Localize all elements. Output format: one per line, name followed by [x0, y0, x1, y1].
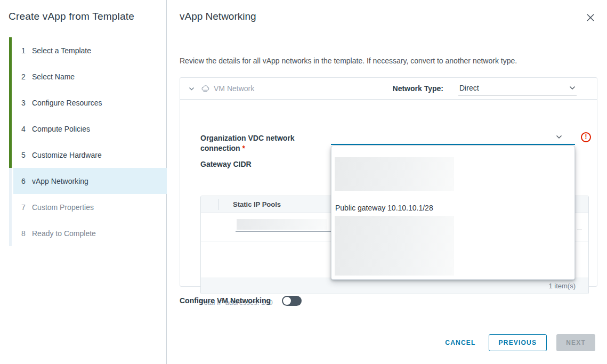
- network-type-value: Direct: [459, 84, 479, 92]
- vapp-network-card: VM Network Network Type: Direct Organiza…: [180, 77, 597, 287]
- redacted-dropdown-option[interactable]: [335, 216, 454, 276]
- configure-vm-networking-toggle[interactable]: [282, 296, 302, 306]
- step-label: Compute Policies: [32, 125, 90, 133]
- step-label: vApp Networking: [32, 177, 88, 185]
- sidebar-item-configure-resources[interactable]: 3 Configure Resources: [0, 90, 167, 116]
- wizard-step-sidebar: Create vApp from Template 1 Select a Tem…: [0, 0, 167, 364]
- network-type-select[interactable]: Direct: [458, 82, 577, 95]
- redacted-dropdown-option[interactable]: [335, 157, 454, 191]
- previous-button[interactable]: PREVIOUS: [489, 334, 547, 351]
- network-card-body: Organization VDC network connection * Ga…: [180, 100, 597, 287]
- validation-error-icon: !: [581, 132, 591, 142]
- network-name: VM Network: [214, 84, 254, 93]
- sidebar-item-customize-hardware[interactable]: 5 Customize Hardware: [0, 142, 167, 168]
- step-label: Customize Hardware: [32, 151, 102, 159]
- step-label: Configure Resources: [32, 99, 102, 107]
- wizard-title: Create vApp from Template: [9, 11, 134, 22]
- close-icon[interactable]: [586, 13, 595, 22]
- org-vdc-connection-dropdown: Public gateway 10.10.10.1/28: [331, 145, 575, 280]
- step-number: 1: [20, 46, 27, 55]
- sidebar-item-select-a-template[interactable]: 1 Select a Template: [0, 37, 167, 63]
- page-description: Review the details for all vApp networks…: [180, 56, 517, 65]
- network-type-label: Network Type:: [393, 84, 443, 93]
- step-number: 7: [20, 203, 27, 212]
- table-footer: 1 item(s): [201, 278, 588, 294]
- step-label: Custom Properties: [32, 203, 94, 212]
- step-label: Ready to Complete: [32, 229, 96, 238]
- wizard-steps-list: 1 Select a Template 2 Select Name 3 Conf…: [0, 37, 167, 246]
- step-number: 5: [20, 151, 27, 159]
- sidebar-item-compute-policies[interactable]: 4 Compute Policies: [0, 116, 167, 142]
- org-vdc-label-text: Organization VDC network connection: [200, 134, 295, 152]
- sidebar-item-ready-to-complete[interactable]: 8 Ready to Complete: [0, 220, 167, 246]
- step-label: Select Name: [32, 72, 75, 81]
- step-number: 6: [20, 177, 27, 185]
- org-vdc-connection-select[interactable]: [331, 131, 575, 145]
- org-vdc-connection-label: Organization VDC network connection *: [200, 133, 310, 153]
- sidebar-item-vapp-networking[interactable]: 6 vApp Networking: [0, 168, 167, 194]
- cancel-button[interactable]: CANCEL: [442, 334, 479, 351]
- chevron-down-icon: [569, 86, 576, 90]
- collapse-chevron-icon[interactable]: [188, 85, 195, 92]
- item-count: 1 item(s): [548, 282, 576, 290]
- dropdown-option-public-gateway[interactable]: Public gateway 10.10.10.1/28: [331, 200, 574, 215]
- step-number: 2: [20, 72, 27, 81]
- create-vapp-wizard-dialog: Create vApp from Template 1 Select a Tem…: [0, 0, 607, 364]
- sidebar-item-select-name[interactable]: 2 Select Name: [0, 63, 167, 90]
- wizard-page-vapp-networking: vApp Networking Review the details for a…: [167, 0, 607, 364]
- step-number: 4: [20, 125, 27, 133]
- toggle-knob: [283, 297, 291, 305]
- page-title: vApp Networking: [180, 11, 256, 22]
- step-number: 3: [20, 99, 27, 107]
- network-card-header: VM Network Network Type: Direct: [180, 78, 597, 100]
- required-marker: *: [242, 144, 245, 152]
- gateway-cidr-label: Gateway CIDR: [200, 159, 252, 169]
- static-ip-pool-input[interactable]: [236, 217, 334, 232]
- sidebar-item-custom-properties[interactable]: 7 Custom Properties: [0, 194, 167, 220]
- next-button[interactable]: NEXT: [556, 334, 595, 351]
- redacted-value: [237, 219, 327, 230]
- vapp-network-cloud-icon: [200, 85, 211, 93]
- column-separator: [218, 199, 219, 210]
- wizard-footer-buttons: CANCEL PREVIOUS NEXT: [442, 334, 595, 351]
- step-number: 8: [20, 229, 27, 238]
- configure-vm-networking-label: Configure VM Networking: [180, 296, 271, 305]
- chevron-down-icon: [556, 135, 562, 139]
- column-header-static-ip-pools: Static IP Pools: [233, 200, 281, 208]
- table-cell-dash: [577, 230, 582, 230]
- step-label: Select a Template: [32, 46, 91, 55]
